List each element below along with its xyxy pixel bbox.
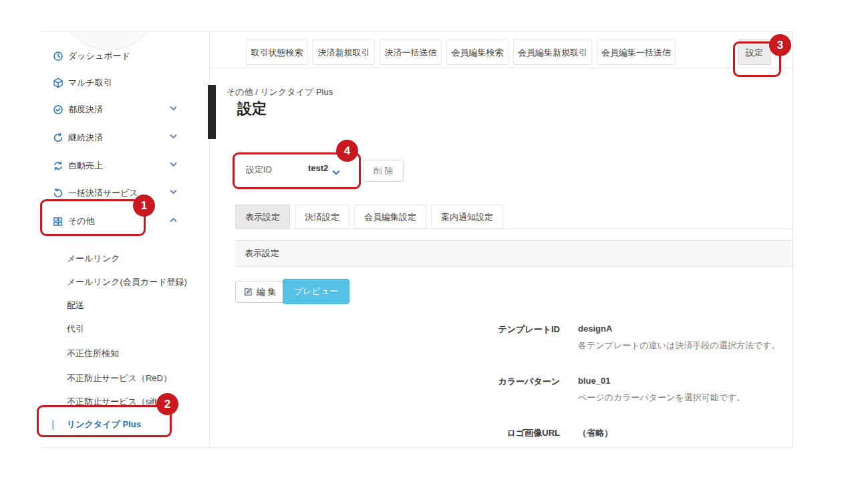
sidebar-item-label: 一括決済サービス [68, 187, 138, 199]
sidebar-subitem-mail-link-member-card[interactable]: メールリンク(会員カード登録) [67, 276, 187, 288]
field-label: ロゴ画像URL [235, 427, 560, 439]
sidebar-subitem-delivery[interactable]: 配送 [67, 299, 84, 312]
page-title: 設定 [237, 99, 267, 119]
sidebar-item-label: その他 [68, 215, 95, 227]
edit-button[interactable]: 編 集 [235, 281, 285, 303]
delete-button[interactable]: 削 除 [363, 160, 404, 182]
tab-bar-underline [209, 68, 792, 68]
sidebar-subitem-fraud-address-detection[interactable]: 不正住所検知 [67, 348, 119, 360]
field-label: カラーパターン [235, 376, 560, 404]
grid-icon [52, 216, 63, 227]
setting-id-value-dropdown[interactable]: test2 [308, 163, 328, 173]
subtab-display-settings[interactable]: 表示設定 [235, 205, 290, 229]
tab-payment-bulk-send[interactable]: 決済一括送信 [380, 39, 442, 65]
tab-settings[interactable]: 設定 [738, 39, 771, 65]
history-icon [52, 188, 63, 199]
edit-button-label: 編 集 [257, 286, 277, 298]
app-region: ダッシュボード マルチ取引 都度決済 [41, 31, 793, 448]
settings-sub-tab-bar: 表示設定 決済設定 会員編集設定 案内通知設定 [235, 205, 503, 229]
sidebar-item-label: 自動売上 [68, 160, 103, 172]
sidebar-item-multi-transaction[interactable]: マルチ取引 [52, 76, 200, 90]
sidebar-subitem-fraud-prevention-sift[interactable]: 不正防止サービス（sift） [67, 396, 166, 408]
title-accent-bar [208, 85, 216, 139]
chevron-down-icon[interactable] [332, 166, 340, 178]
field-label: テンプレートID [235, 324, 560, 352]
main-content: 取引状態検索 決済新規取引 決済一括送信 会員編集検索 会員編集新規取引 会員編… [209, 32, 792, 447]
tab-member-edit-new-transaction[interactable]: 会員編集新規取引 [513, 39, 592, 65]
tab-transaction-status-search[interactable]: 取引状態検索 [246, 39, 308, 65]
sidebar-subitem-mail-link[interactable]: メールリンク [67, 253, 120, 265]
sidebar-item-dashboard[interactable]: ダッシュボード [52, 49, 200, 63]
field-description: 各テンプレートの違いは決済手段の選択方法です。 [578, 340, 780, 352]
cube-icon [52, 78, 63, 89]
sidebar-item-others[interactable]: その他 [52, 215, 200, 228]
panel-header-display-settings: 表示設定 [235, 240, 792, 267]
edit-pencil-icon [244, 287, 253, 296]
chevron-down-icon [170, 189, 177, 195]
breadcrumb: その他 / リンクタイプ Plus [227, 86, 333, 98]
sidebar-item-onetime-payment[interactable]: 都度決済 [52, 103, 200, 116]
sidebar: ダッシュボード マルチ取引 都度決済 [41, 32, 209, 447]
subtab-payment-settings[interactable]: 決済設定 [295, 205, 349, 229]
field-value: blue_01 [578, 376, 745, 386]
top-tab-bar: 取引状態検索 決済新規取引 決済一括送信 会員編集検索 会員編集新規取引 会員編… [246, 39, 771, 65]
check-circle-icon [52, 104, 63, 116]
field-row-logo-image-url: ロゴ画像URL （省略） [235, 427, 792, 439]
sync-icon [52, 160, 63, 172]
sub-tab-bar-underline [235, 229, 792, 229]
field-row-color-pattern: カラーパターン blue_01 ページのカラーパターンを選択可能です。 [235, 376, 792, 404]
sidebar-item-label: 継続決済 [68, 132, 103, 144]
sidebar-subitem-link-type-plus[interactable]: リンクタイプ Plus [67, 418, 141, 431]
chevron-down-icon [170, 134, 177, 139]
preview-button[interactable]: プレビュー [283, 279, 349, 304]
sidebar-subitem-cod[interactable]: 代引 [67, 323, 84, 335]
field-row-template-id: テンプレートID designA 各テンプレートの違いは決済手段の選択方法です。 [235, 324, 792, 352]
sidebar-item-label: ダッシュボード [68, 50, 130, 62]
sidebar-item-auto-sales[interactable]: 自動売上 [52, 159, 200, 172]
rotate-icon [52, 132, 63, 144]
field-value: （省略） [578, 427, 613, 439]
subtab-notification-settings[interactable]: 案内通知設定 [431, 205, 503, 229]
field-description: ページのカラーパターンを選択可能です。 [578, 392, 745, 404]
active-item-bar [52, 420, 54, 430]
chevron-up-icon [170, 217, 177, 223]
sidebar-item-recurring-payment[interactable]: 継続決済 [52, 131, 200, 144]
chevron-down-icon [170, 106, 177, 111]
tab-member-edit-bulk-send[interactable]: 会員編集一括送信 [597, 39, 676, 65]
sidebar-subitem-fraud-prevention-red[interactable]: 不正防止サービス（ReD） [67, 372, 172, 384]
sidebar-item-label: 都度決済 [68, 104, 103, 116]
sidebar-item-bulk-payment-service[interactable]: 一括決済サービス [52, 187, 200, 200]
screenshot-canvas: ダッシュボード マルチ取引 都度決済 [0, 0, 868, 484]
sidebar-item-label: マルチ取引 [68, 77, 112, 89]
clock-icon [52, 51, 63, 62]
tab-payment-new-transaction[interactable]: 決済新規取引 [313, 39, 375, 65]
field-value: designA [578, 324, 780, 334]
tab-member-edit-search[interactable]: 会員編集検索 [446, 39, 509, 65]
chevron-down-icon [170, 162, 177, 167]
setting-id-label: 設定ID [246, 164, 272, 176]
subtab-member-edit-settings[interactable]: 会員編集設定 [354, 205, 426, 229]
